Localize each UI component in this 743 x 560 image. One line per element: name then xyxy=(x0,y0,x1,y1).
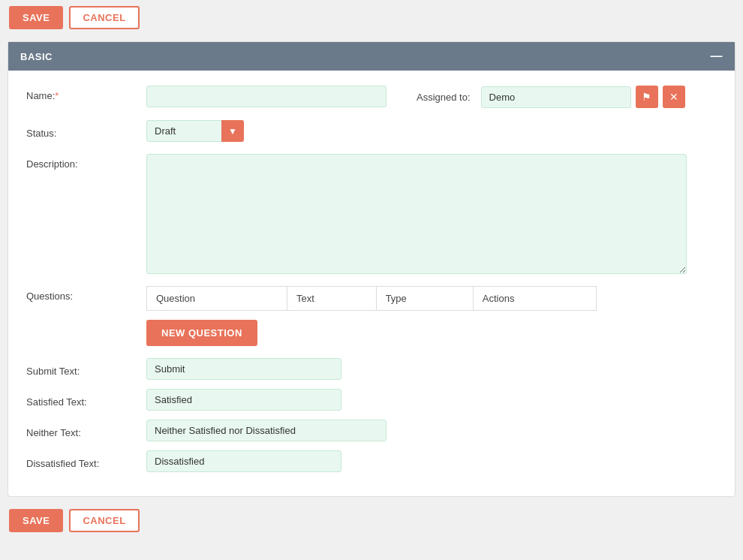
new-question-button[interactable]: NEW QUESTION xyxy=(146,320,257,346)
description-textarea[interactable] xyxy=(146,154,687,274)
status-select-wrapper: Draft Published Archived ▼ xyxy=(146,120,244,142)
flag-icon: ⚑ xyxy=(642,91,651,103)
questions-label: Questions: xyxy=(26,286,146,302)
col-actions: Actions xyxy=(473,287,596,311)
dissatisfied-text-input[interactable] xyxy=(146,450,341,472)
assigned-label: Assigned to: xyxy=(417,92,471,103)
top-bar: SAVE CANCEL xyxy=(0,0,743,35)
neither-text-row: Neither Text: xyxy=(26,420,717,441)
status-select[interactable]: Draft Published Archived xyxy=(146,120,244,142)
dissatisfied-text-row: Dissatisfied Text: xyxy=(26,450,717,472)
col-text: Text xyxy=(287,287,377,311)
name-row: Name:* Assigned to: ⚑ ✕ xyxy=(26,86,717,108)
neither-text-label: Neither Text: xyxy=(26,423,146,438)
submit-text-input[interactable] xyxy=(146,358,341,380)
questions-table-wrapper: Question Text Type Actions NEW QUESTION xyxy=(146,286,717,346)
submit-text-label: Submit Text: xyxy=(26,361,146,377)
top-cancel-button[interactable]: CANCEL xyxy=(69,6,139,29)
satisfied-text-label: Satisfied Text: xyxy=(26,392,146,408)
satisfied-text-row: Satisfied Text: xyxy=(26,389,717,411)
bottom-save-button[interactable]: SAVE xyxy=(9,509,63,532)
neither-text-input[interactable] xyxy=(146,420,387,441)
questions-table: Question Text Type Actions xyxy=(146,286,597,311)
card-header: BASIC — xyxy=(8,42,735,71)
remove-icon: ✕ xyxy=(669,91,678,103)
card-header-title: BASIC xyxy=(20,51,53,62)
assigned-section: Assigned to: ⚑ ✕ xyxy=(417,86,685,108)
main-card: BASIC — Name:* Assigned to: ⚑ ✕ Status: xyxy=(8,41,735,497)
remove-assigned-button[interactable]: ✕ xyxy=(663,86,685,108)
dissatisfied-text-label: Dissatisfied Text: xyxy=(26,453,146,469)
submit-text-row: Submit Text: xyxy=(26,358,717,380)
assigned-input[interactable] xyxy=(481,86,631,108)
flag-button[interactable]: ⚑ xyxy=(636,86,658,108)
status-label: Status: xyxy=(26,123,146,139)
bottom-cancel-button[interactable]: CANCEL xyxy=(69,509,139,532)
col-question: Question xyxy=(147,287,287,311)
description-row: Description: xyxy=(26,154,717,274)
col-type: Type xyxy=(376,287,473,311)
satisfied-text-input[interactable] xyxy=(146,389,341,411)
top-save-button[interactable]: SAVE xyxy=(9,6,63,29)
name-label: Name:* xyxy=(26,86,146,101)
bottom-bar: SAVE CANCEL xyxy=(0,503,743,538)
collapse-icon[interactable]: — xyxy=(711,50,723,63)
card-body: Name:* Assigned to: ⚑ ✕ Status: Draft Pu xyxy=(8,71,735,496)
text-fields-section: Submit Text: Satisfied Text: Neither Tex… xyxy=(26,358,717,472)
table-header-row: Question Text Type Actions xyxy=(147,287,597,311)
name-input[interactable] xyxy=(146,86,387,107)
description-label: Description: xyxy=(26,154,146,170)
status-row: Status: Draft Published Archived ▼ xyxy=(26,120,717,142)
questions-section: Questions: Question Text Type Actions NE… xyxy=(26,286,717,346)
required-asterisk: * xyxy=(55,90,59,101)
